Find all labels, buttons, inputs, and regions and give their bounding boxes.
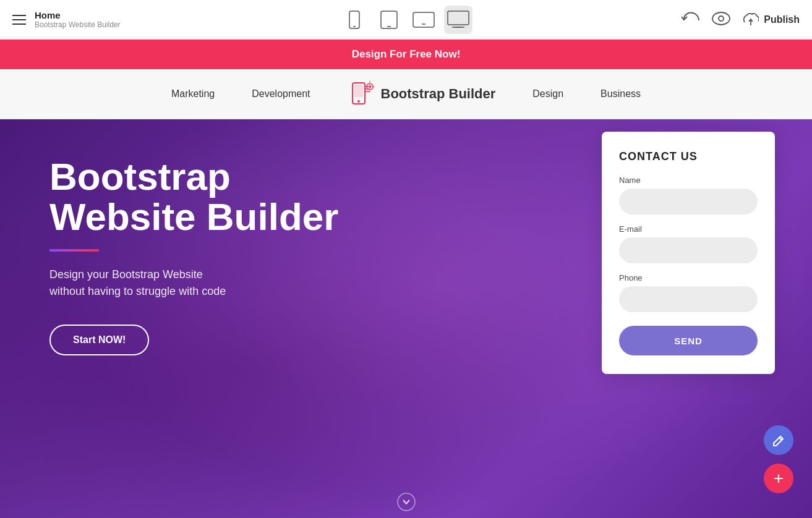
preview-icon[interactable] [712, 12, 730, 28]
device-mobile-button[interactable] [340, 6, 369, 34]
site-logo-text: Bootstrap Builder [381, 86, 496, 102]
hero-title: Bootstrap Website Builder [49, 156, 383, 237]
hamburger-menu-icon[interactable] [12, 15, 26, 25]
svg-rect-0 [349, 11, 359, 28]
topbar-subtitle: Bootstrap Website Builder [35, 20, 121, 29]
device-tablet-landscape-button[interactable] [409, 6, 438, 34]
svg-point-9 [712, 12, 730, 25]
phone-label: Phone [619, 273, 758, 282]
contact-form-card: CONTACT US Name E-mail Phone SEND [602, 132, 775, 374]
hero-section: Bootstrap Website Builder Design your Bo… [0, 119, 812, 518]
svg-rect-6 [448, 11, 469, 25]
hero-cta-button[interactable]: Start NOW! [49, 325, 149, 355]
svg-point-14 [357, 100, 360, 103]
svg-point-20 [398, 493, 415, 511]
nav-item-development[interactable]: Development [252, 88, 310, 100]
undo-icon[interactable] [681, 11, 699, 29]
device-tablet-button[interactable] [375, 6, 403, 34]
site-logo: Bootstrap Builder [348, 80, 496, 108]
device-desktop-button[interactable] [444, 6, 472, 34]
contact-form-title: CONTACT US [619, 150, 758, 163]
hero-divider [49, 249, 99, 252]
hero-content: Bootstrap Website Builder Design your Bo… [0, 119, 433, 393]
svg-point-10 [719, 16, 724, 21]
hero-subtitle: Design your Bootstrap Websitewithout hav… [49, 266, 383, 300]
fab-container: + [764, 425, 793, 493]
edit-icon [772, 433, 785, 447]
email-input[interactable] [619, 237, 758, 263]
topbar: Home Bootstrap Website Builder [0, 0, 812, 40]
device-switcher [340, 6, 472, 34]
scroll-down-indicator [397, 493, 416, 514]
promo-text: Design For Free Now! [352, 48, 461, 60]
nav-item-business[interactable]: Business [600, 88, 641, 100]
publish-button[interactable]: Publish [743, 13, 800, 27]
site-nav: Marketing Development Bootstrap Builder … [0, 69, 812, 119]
nav-item-design[interactable]: Design [532, 88, 563, 100]
publish-label: Publish [764, 14, 800, 25]
topbar-title: Home Bootstrap Website Builder [35, 10, 121, 29]
phone-input[interactable] [619, 286, 758, 312]
send-button[interactable]: SEND [619, 326, 758, 355]
email-label: E-mail [619, 224, 758, 234]
name-label: Name [619, 176, 758, 185]
hero-title-line1: Bootstrap [49, 155, 231, 198]
promo-bar[interactable]: Design For Free Now! [0, 40, 812, 69]
name-field-group: Name [619, 176, 758, 214]
chevron-down-icon [397, 493, 416, 511]
add-fab-button[interactable]: + [764, 464, 793, 493]
svg-rect-13 [354, 85, 363, 97]
plus-icon: + [774, 469, 784, 488]
topbar-home-label: Home [35, 10, 121, 20]
svg-rect-2 [381, 11, 397, 28]
logo-icon [348, 80, 375, 108]
name-input[interactable] [619, 189, 758, 214]
svg-rect-4 [413, 12, 434, 27]
hero-title-line2: Website Builder [49, 195, 338, 238]
email-field-group: E-mail [619, 224, 758, 263]
topbar-right: Publish [681, 11, 800, 29]
phone-field-group: Phone [619, 273, 758, 312]
nav-item-marketing[interactable]: Marketing [171, 88, 215, 100]
edit-fab-button[interactable] [764, 425, 793, 455]
